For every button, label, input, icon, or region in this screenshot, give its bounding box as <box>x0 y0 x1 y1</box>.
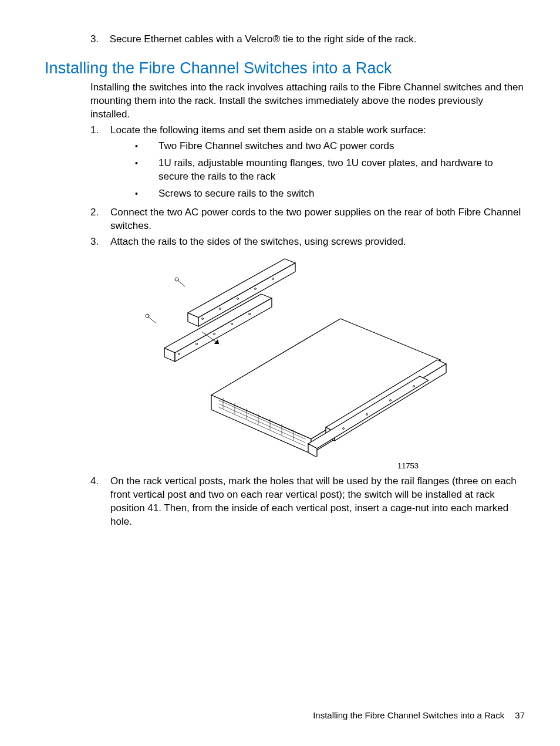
bullet-icon: • <box>135 157 158 184</box>
step-number: 3. <box>90 33 107 46</box>
previous-step-continuation: 3. Secure Ethernet cables with a Velcro®… <box>90 33 525 46</box>
sub-text: Screws to secure rails to the switch <box>158 187 525 201</box>
step-text: Secure Ethernet cables with a Velcro® ti… <box>110 33 417 45</box>
step-number: 3. <box>90 235 110 249</box>
step-3: 3. Attach the rails to the sides of the … <box>90 235 525 249</box>
bullet-icon: • <box>135 140 158 153</box>
page-footer: Installing the Fibre Channel Switches in… <box>313 710 525 720</box>
section-heading: Installing the Fibre Channel Switches in… <box>45 59 525 77</box>
figure-rail-assembly: 11753 <box>45 257 525 470</box>
step-text: Locate the following items and set them … <box>110 124 426 136</box>
svg-point-39 <box>175 278 178 281</box>
step-4: 4. On the rack vertical posts, mark the … <box>90 475 525 529</box>
switch-rails-diagram-icon <box>120 257 449 457</box>
svg-point-41 <box>146 314 149 318</box>
step-number: 1. <box>90 124 110 204</box>
step-number: 4. <box>90 475 110 529</box>
page-number: 37 <box>515 710 525 720</box>
step-2: 2. Connect the two AC power cords to the… <box>90 206 525 233</box>
footer-section-title: Installing the Fibre Channel Switches in… <box>313 710 504 720</box>
install-steps-list-cont: 4. On the rack vertical posts, mark the … <box>90 475 525 529</box>
step-1-subitems: •Two Fibre Channel switches and two AC p… <box>135 140 525 201</box>
step-number: 2. <box>90 206 110 233</box>
svg-line-40 <box>149 317 156 323</box>
sub-text: Two Fibre Channel switches and two AC po… <box>158 140 525 153</box>
step-text: Connect the two AC power cords to the tw… <box>110 206 525 233</box>
figure-number: 11753 <box>291 461 525 470</box>
intro-paragraph: Installing the switches into the rack in… <box>90 81 525 121</box>
step-text: On the rack vertical posts, mark the hol… <box>110 475 525 529</box>
step-text: Attach the rails to the sides of the swi… <box>110 235 525 249</box>
sub-text: 1U rails, adjustable mounting flanges, t… <box>158 157 525 184</box>
svg-marker-43 <box>214 339 219 344</box>
list-item: •Screws to secure rails to the switch <box>135 187 525 201</box>
svg-line-38 <box>178 281 185 286</box>
install-steps-list: 1. Locate the following items and set th… <box>90 124 525 249</box>
list-item: •1U rails, adjustable mounting flanges, … <box>135 157 525 184</box>
list-item: •Two Fibre Channel switches and two AC p… <box>135 140 525 153</box>
bullet-icon: • <box>135 187 158 201</box>
step-1: 1. Locate the following items and set th… <box>90 124 525 204</box>
